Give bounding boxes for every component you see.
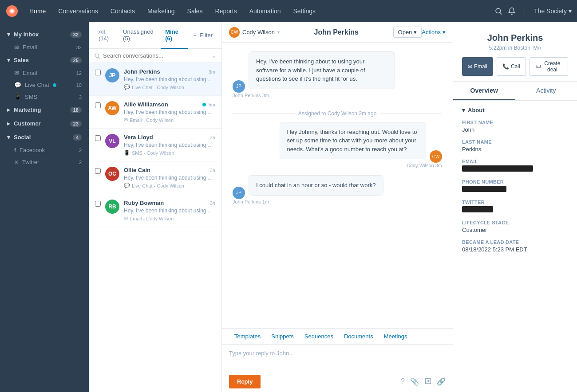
sidebar-item-sales-email[interactable]: ✉ Email 12 (0, 67, 89, 79)
tab-unassigned[interactable]: Unassigned (5) (119, 22, 161, 49)
sidebar-section-label: Marketing (14, 106, 41, 113)
nav-marketing[interactable]: Marketing (142, 4, 180, 18)
list-item[interactable]: AW Allie Williamson 5m Hey, I've been th… (89, 96, 221, 129)
about-section: ▾ About First name John Last Name Perkin… (453, 101, 577, 265)
tab-meetings[interactable]: Meetings (379, 329, 413, 344)
channel-info: 💬 Live Chat - Cody Wilson (124, 84, 215, 90)
contact-name: Ollie Cain (124, 167, 150, 173)
nav-home[interactable]: Home (24, 4, 51, 18)
avatar: VL (105, 134, 119, 148)
list-item[interactable]: VL Vera Lloyd 3h Hey, I've been thinking… (89, 129, 221, 161)
create-deal-label: Create deal (542, 60, 562, 73)
sidebar-section-sales[interactable]: ▾ Sales 25 (0, 53, 89, 67)
field-value: Customer (462, 227, 568, 233)
avatar: JP (233, 187, 245, 199)
contact-name-large: John Perkins (462, 33, 568, 43)
tab-overview[interactable]: Overview (453, 82, 515, 100)
sort-chevron-icon[interactable]: ⌄ (212, 53, 216, 59)
about-header[interactable]: ▾ About (462, 107, 568, 114)
channel-label: Email - Cody Wilson (130, 118, 174, 123)
nav-conversations[interactable]: Conversations (53, 4, 103, 18)
tab-templates[interactable]: Templates (229, 329, 266, 344)
conversation-checkbox[interactable] (95, 102, 101, 108)
question-icon[interactable]: ? (401, 377, 405, 386)
hubspot-logo[interactable] (5, 4, 19, 18)
my-inbox-badge: 32 (70, 31, 82, 38)
link-icon[interactable]: 🔗 (437, 377, 446, 386)
chevron-right-icon: ▸ (7, 106, 10, 113)
sidebar-item-facebook[interactable]: f Facebook 2 (0, 144, 89, 156)
assigned-to[interactable]: CW Cody Wilson ▾ (229, 27, 280, 38)
sidebar-item-label: Email (23, 44, 37, 51)
create-deal-button[interactable]: 🏷 Create deal (530, 57, 568, 76)
notification-icon[interactable] (508, 7, 516, 15)
sidebar-section-marketing[interactable]: ▸ Marketing 18 (0, 103, 89, 117)
sidebar-section-my-inbox[interactable]: ▾ My Inbox 32 (0, 27, 89, 41)
tab-sequences[interactable]: Sequences (299, 329, 339, 344)
sidebar-item-live-chat[interactable]: 💬 Live Chat 10 (0, 79, 89, 91)
channel-info: 📱 SMS - Cody Wilson (124, 150, 215, 156)
field-label: Became a Lead Date (462, 239, 568, 245)
sidebar-section-social[interactable]: ▾ Social 4 (0, 130, 89, 144)
channel-info: 💬 Live Chat - Cody Wilson (124, 183, 215, 188)
chevron-down-icon: ▾ (7, 134, 10, 141)
conversation-checkbox[interactable] (95, 201, 101, 207)
sidebar-item-twitter[interactable]: ✕ Twitter 2 (0, 156, 89, 168)
inbox-email-badge: 32 (76, 45, 82, 50)
reply-button[interactable]: Reply (229, 375, 261, 388)
tab-activity[interactable]: Activity (515, 82, 577, 100)
attachment-icon[interactable]: 📎 (410, 377, 419, 386)
top-navigation: Home Conversations Contacts Marketing Sa… (0, 0, 577, 22)
sidebar-item-label: Live Chat (25, 82, 49, 88)
tab-documents[interactable]: Documents (339, 329, 379, 344)
avatar: JP (233, 80, 245, 93)
twitter-icon: ✕ (14, 159, 19, 165)
reply-input-area[interactable]: Type your reply to John... (222, 345, 453, 371)
field-twitter: Twitter (462, 200, 568, 214)
actions-button[interactable]: Actions ▾ (422, 29, 446, 35)
image-icon[interactable]: 🖼 (424, 377, 431, 386)
channel-label: SMS - Cody Wilson (132, 150, 174, 156)
filter-button[interactable]: Filter (188, 30, 216, 40)
email-icon: ✉ (14, 70, 19, 76)
sidebar-item-inbox-email[interactable]: ✉ Email 32 (0, 41, 89, 53)
field-lead-date: Became a Lead Date 08/18/2022 5:23 PM ED… (462, 239, 568, 253)
list-item[interactable]: OC Ollie Cain 3h Hey, I've been thinking… (89, 161, 221, 194)
nav-sales[interactable]: Sales (182, 4, 208, 18)
message-row: JP I could chat in an hour or so - would… (233, 175, 442, 212)
nav-reports[interactable]: Reports (210, 4, 242, 18)
conversation-checkbox[interactable] (95, 70, 101, 75)
contact-location: 5:22pm in Boston, MA (462, 45, 568, 51)
search-icon[interactable] (494, 7, 502, 15)
message-preview: Hey, I've been thinking about using your… (124, 208, 215, 214)
email-button[interactable]: ✉ Email (462, 57, 493, 76)
reply-footer: Reply ? 📎 🖼 🔗 (222, 371, 453, 392)
list-item[interactable]: JP John Perkins 3m Hey, I've been thinki… (89, 63, 221, 96)
sidebar-section-label: Customer (14, 120, 41, 127)
tab-snippets[interactable]: Snippets (266, 329, 299, 344)
tab-mine[interactable]: Mine (6) (161, 22, 188, 49)
contact-name: Ruby Bowman (124, 200, 164, 206)
conversation-checkbox[interactable] (95, 135, 101, 141)
nav-contacts[interactable]: Contacts (105, 4, 140, 18)
avatar: CW (430, 150, 442, 163)
conversation-checkbox[interactable] (95, 168, 101, 174)
channel-label: Email - Cody Wilson (130, 216, 174, 221)
status-button[interactable]: Open ▾ (393, 27, 422, 38)
sidebar-item-sms[interactable]: 📱 SMS 3 (0, 91, 89, 103)
channel-info: ✉ Email - Cody Wilson (124, 216, 215, 221)
about-label: About (468, 107, 485, 114)
sidebar-item-label: SMS (25, 94, 37, 100)
sidebar-section-customer[interactable]: ▸ Customer 23 (0, 117, 89, 130)
svg-line-3 (500, 12, 502, 14)
list-item[interactable]: RB Ruby Bowman 3h Hey, I've been thinkin… (89, 194, 221, 227)
nav-automation[interactable]: Automation (244, 4, 286, 18)
field-value-redacted (462, 165, 533, 172)
messages-area: JP Hey, I've been thinking about to usin… (222, 43, 453, 328)
status-label: Open (398, 29, 412, 35)
nav-settings[interactable]: Settings (288, 4, 321, 18)
call-button[interactable]: 📞 Call (497, 57, 526, 76)
search-input[interactable] (103, 52, 209, 59)
tab-all[interactable]: All (14) (94, 22, 119, 49)
company-selector[interactable]: The Society ▾ (534, 8, 572, 15)
